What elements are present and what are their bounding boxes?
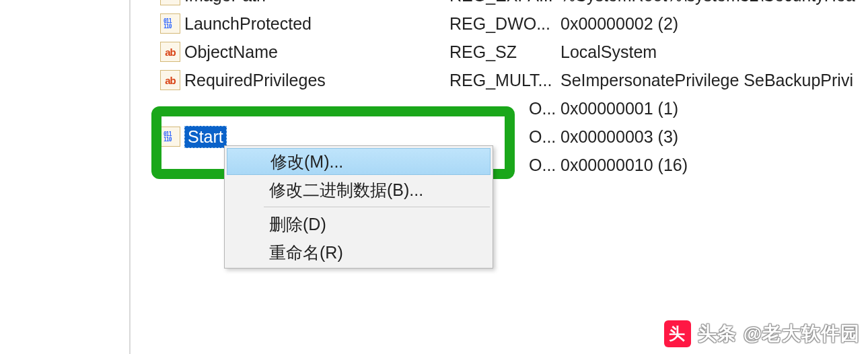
svg-text:110: 110	[164, 24, 172, 30]
value-type: REG_EXPA...	[449, 0, 560, 5]
value-data: 0x00000001 (1)	[560, 99, 868, 118]
reg-sz-icon: ab	[160, 42, 180, 62]
svg-text:110: 110	[164, 137, 172, 143]
value-data: 0x00000010 (16)	[560, 155, 868, 175]
value-name-selected: Start	[184, 126, 227, 148]
value-data: 0x00000003 (3)	[560, 127, 868, 147]
value-type: O...	[449, 127, 560, 147]
reg-sz-icon: ab	[160, 0, 180, 5]
value-data: SeImpersonatePrivilege SeBackupPrivi	[560, 71, 868, 90]
value-type: REG_SZ	[449, 42, 560, 62]
table-row[interactable]: ab ObjectName REG_SZ LocalSystem	[160, 38, 868, 66]
table-row[interactable]: 011110 LaunchProtected REG_DWO... 0x0000…	[160, 9, 868, 38]
table-row[interactable]: ab ImagePath REG_EXPA... %SystemRoot%\sy…	[160, 0, 868, 9]
menu-separator	[264, 207, 490, 207]
tree-divider	[129, 0, 131, 354]
value-data: LocalSystem	[560, 42, 868, 62]
value-name: ImagePath	[184, 0, 266, 5]
menu-modify[interactable]: 修改(M)...	[227, 148, 491, 175]
menu-modify-binary[interactable]: 修改二进制数据(B)...	[226, 176, 491, 204]
menu-rename[interactable]: 重命名(R)	[226, 238, 491, 267]
watermark: 头 头条 @老大软件园	[664, 320, 860, 347]
context-menu: 修改(M)... 修改二进制数据(B)... 删除(D) 重命名(R)	[224, 145, 493, 269]
value-type: REG_DWO...	[449, 14, 560, 34]
watermark-icon: 头	[664, 320, 691, 347]
value-name: LaunchProtected	[184, 14, 312, 34]
table-row[interactable]: ServiceSidType O... 0x00000001 (1)	[160, 94, 868, 122]
value-name: RequiredPrivileges	[184, 71, 326, 90]
table-row[interactable]: ab RequiredPrivileges REG_MULT... SeImpe…	[160, 66, 868, 94]
watermark-prefix: 头条	[698, 321, 737, 347]
menu-delete[interactable]: 删除(D)	[226, 210, 491, 238]
value-name: ObjectName	[184, 42, 278, 62]
value-type: O...	[449, 99, 560, 118]
reg-dword-icon: 011110	[160, 13, 180, 34]
watermark-text: @老大软件园	[744, 321, 860, 347]
value-data: 0x00000002 (2)	[560, 14, 868, 34]
reg-dword-icon: 011110	[160, 127, 180, 147]
value-type: REG_MULT...	[449, 71, 560, 90]
reg-multi-sz-icon: ab	[160, 70, 180, 90]
value-data: %SystemRoot%\system32\SecurityHea	[560, 0, 868, 5]
